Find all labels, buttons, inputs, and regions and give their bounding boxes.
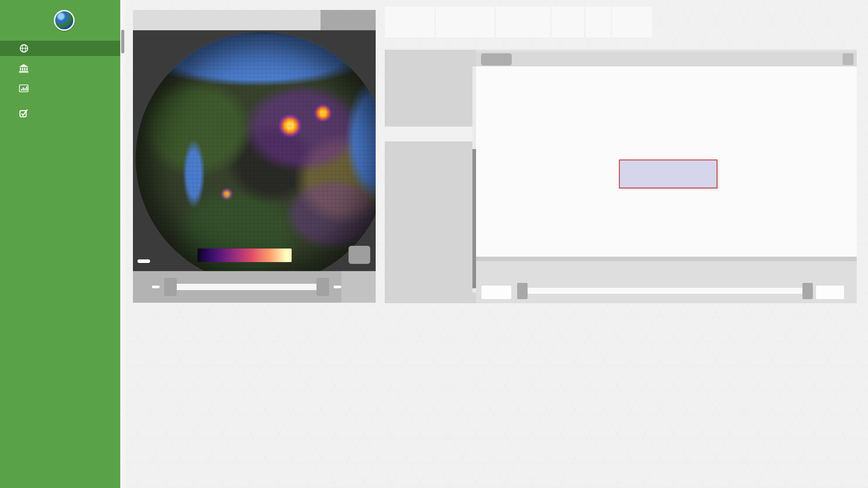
timeline-slider[interactable] <box>164 271 329 303</box>
graph-range-slider-track[interactable] <box>527 288 813 294</box>
globe-icon <box>19 44 28 53</box>
range-end-box[interactable] <box>816 286 844 299</box>
logo-planet-icon <box>54 10 75 31</box>
timeline-start-value <box>152 286 160 288</box>
stat-time <box>436 7 495 38</box>
category-civics[interactable] <box>385 253 476 267</box>
tooltip-row-pollution <box>623 163 713 170</box>
maroon-dot-icon <box>623 180 626 183</box>
chart-tooltip <box>619 160 717 188</box>
planet-map-image[interactable] <box>136 32 376 271</box>
legend-pollute-air <box>516 246 525 249</box>
category-environment[interactable] <box>385 225 476 239</box>
sidebar-item-scientific-data[interactable] <box>0 41 120 56</box>
graph-range-thumb-start[interactable] <box>517 283 528 299</box>
category-pollution[interactable] <box>385 99 476 113</box>
data-panel-scrollbar[interactable] <box>472 66 476 292</box>
sidebar-item-previous-elections[interactable] <box>0 105 120 121</box>
map-2d-toggle-button[interactable] <box>349 246 370 264</box>
data-panel-scrollbar-thumb[interactable] <box>472 149 476 288</box>
graph-divider <box>476 257 857 261</box>
stat-meteor-impact <box>496 7 550 38</box>
category-economy[interactable] <box>385 267 476 282</box>
bank-icon <box>19 64 28 73</box>
line-swatch-icon <box>481 246 491 249</box>
app-screen <box>0 0 868 488</box>
category-pollute-air[interactable] <box>385 127 476 141</box>
range-start-box[interactable] <box>481 286 511 299</box>
category-finance[interactable] <box>385 70 476 84</box>
category-specialties[interactable] <box>385 155 476 169</box>
sidebar-scrollbar[interactable] <box>120 0 125 488</box>
map-time-label <box>137 259 150 263</box>
data-panel-title <box>385 50 476 56</box>
blue-dot-icon <box>623 173 626 175</box>
graph-range-area <box>476 261 857 303</box>
pollution-color-scale <box>198 249 292 262</box>
category-drop-garbage[interactable] <box>385 113 476 127</box>
category-animals[interactable] <box>385 211 476 225</box>
category-harvesting[interactable] <box>385 84 476 99</box>
timeline-slider-thumb-end[interactable] <box>316 278 329 296</box>
category-settlements[interactable] <box>385 141 476 155</box>
square-swatch-icon <box>500 244 507 251</box>
playback-speed[interactable] <box>341 271 376 303</box>
stat-laws <box>585 7 611 38</box>
legend-total-ground-pollution <box>481 246 495 249</box>
category-plants[interactable] <box>385 183 476 197</box>
server-stats-bar <box>385 7 652 38</box>
timeline-slider-thumb-start[interactable] <box>164 278 177 296</box>
data-category-panel <box>385 50 476 303</box>
red-dot-icon <box>623 165 626 168</box>
map-panel <box>133 10 376 303</box>
graph-panel <box>476 50 857 303</box>
eco-logo <box>0 0 120 41</box>
sidebar-scrollbar-thumb[interactable] <box>121 30 124 53</box>
stat-online-players <box>385 7 434 38</box>
chart-legend <box>481 244 527 251</box>
category-citizens[interactable] <box>385 239 476 253</box>
sidebar-item-elected-officials[interactable] <box>0 61 120 76</box>
tooltip-row-plants <box>623 170 713 178</box>
checkbox-checked-icon <box>19 108 28 117</box>
legend-plant-population <box>500 244 510 251</box>
map-timeline-controls <box>133 271 376 303</box>
sidebar-item-running-elections[interactable] <box>0 80 120 96</box>
tooltip-row-pollute-air <box>623 178 713 185</box>
category-work-party[interactable] <box>385 169 476 183</box>
graph-range-thumb-end[interactable] <box>802 283 813 299</box>
category-farming[interactable] <box>385 56 476 70</box>
timeline-slider-track[interactable] <box>176 284 317 290</box>
compare-maps-button[interactable] <box>321 10 376 30</box>
stat-plants <box>552 7 584 38</box>
map-header <box>133 10 376 30</box>
bar-chart-icon <box>19 84 28 93</box>
category-trees[interactable] <box>385 197 476 211</box>
timeline-end-value <box>334 286 341 288</box>
dots-swatch-icon <box>516 246 522 249</box>
map-view[interactable] <box>133 30 376 271</box>
stat-world-size <box>612 7 652 38</box>
sidebar <box>0 0 120 488</box>
